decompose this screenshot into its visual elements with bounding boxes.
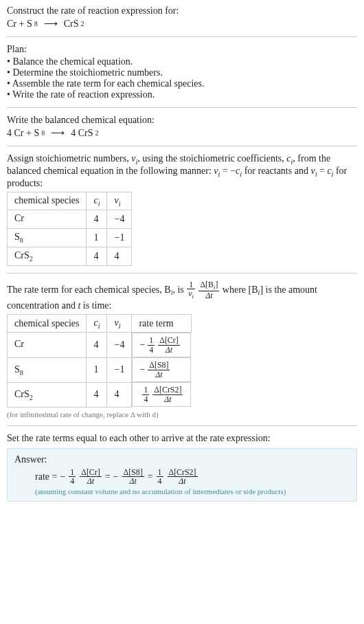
frac-dS8-dt: Δ[S8]Δt xyxy=(148,361,170,379)
c-i: ci xyxy=(286,153,293,164)
infinitesimal-note: (for infinitesimal rate of change, repla… xyxy=(7,410,357,419)
table-row: CrS2 4 4 14 Δ[CrS2]Δt xyxy=(8,382,192,407)
col-rate: rate term xyxy=(132,314,191,333)
eq-lhs: Cr + S xyxy=(7,19,32,30)
col-nu: νi xyxy=(107,314,132,333)
eq-rhs: CrS xyxy=(64,19,79,30)
equals: = xyxy=(105,471,111,482)
frac-dCrS2-dt: Δ[CrS2]Δt xyxy=(152,386,183,403)
balanced-header: Write the balanced chemical equation: xyxy=(7,115,357,126)
table-row: S8 1 −1 − Δ[S8]Δt xyxy=(8,357,192,382)
arrow-icon: ⟶ xyxy=(44,18,58,30)
nu-i: νi xyxy=(131,153,137,164)
assign-paragraph: Assign stoichiometric numbers, νi, using… xyxy=(7,153,357,189)
divider xyxy=(7,107,357,108)
table-row: CrS2 4 4 xyxy=(8,247,132,265)
divider xyxy=(7,146,357,146)
divider xyxy=(7,425,357,426)
answer-title: Answer: xyxy=(14,454,350,465)
answer-equation: rate = − 14 Δ[Cr]Δt = − Δ[S8]Δt = 14 Δ[C… xyxy=(35,468,350,486)
equals: = xyxy=(148,471,153,482)
frac-1-4: 14 xyxy=(157,468,163,486)
frac-1-4: 14 xyxy=(148,336,155,354)
arrow-icon: ⟶ xyxy=(51,127,65,139)
table-row: Cr 4 −4 − 14 Δ[Cr]Δt xyxy=(8,333,192,358)
s8-sub: 8 xyxy=(34,20,38,27)
frac-dS8-dt: Δ[S8]Δt xyxy=(122,468,144,486)
col-c: ci xyxy=(87,192,107,210)
plan-item: Determine the stoichiometric numbers. xyxy=(7,67,357,78)
frac-dCrS2-dt: Δ[CrS2]Δt xyxy=(168,468,198,486)
sign: − xyxy=(113,471,119,482)
rate-term-table: chemical species ci νi rate term Cr 4 −4… xyxy=(7,314,192,408)
frac-dCr-dt: Δ[Cr]Δt xyxy=(80,468,101,486)
text: = − xyxy=(220,166,236,176)
balanced-equation: 4 Cr + S8 ⟶ 4 CrS2 xyxy=(7,127,357,139)
text: where [B xyxy=(223,284,258,294)
crs2-sub: 2 xyxy=(95,129,99,137)
eq1r: ci xyxy=(236,166,242,176)
plan-header: Plan: xyxy=(7,44,357,55)
sign: − xyxy=(60,471,65,482)
s8-sub: 8 xyxy=(41,129,45,137)
plan-item: Balance the chemical equation. xyxy=(7,56,357,67)
text: is time: xyxy=(80,300,111,311)
col-c: ci xyxy=(87,314,107,333)
frac-1-4: 14 xyxy=(69,468,76,486)
divider xyxy=(7,273,357,274)
text: Assign stoichiometric numbers, xyxy=(7,153,131,164)
text: , is xyxy=(172,284,186,294)
eq1: νi xyxy=(214,166,220,176)
text: for reactants and xyxy=(242,166,310,176)
crs2-sub: 2 xyxy=(81,20,84,27)
set-equal-text: Set the rate terms equal to each other t… xyxy=(7,433,357,444)
text: The rate term for each chemical species,… xyxy=(7,284,171,294)
frac-dBi-dt: Δ[Bi]Δt xyxy=(198,280,219,300)
col-species: chemical species xyxy=(8,192,87,210)
text: , using the stoichiometric coefficients, xyxy=(137,153,286,164)
rate-label: rate = xyxy=(35,471,57,482)
unbalanced-equation: Cr + S8 ⟶ CrS2 xyxy=(7,18,357,30)
text: = xyxy=(317,166,327,176)
frac-1-over-nu: 1νi xyxy=(187,280,195,300)
answer-box: Answer: rate = − 14 Δ[Cr]Δt = − Δ[S8]Δt … xyxy=(7,448,357,502)
balanced-rhs: 4 CrS xyxy=(71,128,93,139)
col-species: chemical species xyxy=(8,314,87,333)
construct-heading: Construct the rate of reaction expressio… xyxy=(7,5,357,16)
answer-assumption: (assuming constant volume and no accumul… xyxy=(35,487,350,495)
col-nu: νi xyxy=(107,192,132,210)
frac-1-4: 14 xyxy=(142,386,149,403)
plan-item: Write the rate of reaction expression. xyxy=(7,89,357,100)
divider xyxy=(7,36,357,37)
plan-list: Balance the chemical equation. Determine… xyxy=(7,56,357,100)
sign: − xyxy=(139,339,145,350)
sign: − xyxy=(139,364,145,375)
frac-dCr-dt: Δ[Cr]Δt xyxy=(158,336,179,354)
table-row: Cr 4 −4 xyxy=(8,210,132,229)
stoich-table: chemical species ci νi Cr 4 −4 S8 1 −1 C… xyxy=(7,192,132,266)
plan-item: Assemble the rate term for each chemical… xyxy=(7,78,357,89)
table-row: S8 1 −1 xyxy=(8,229,132,247)
balanced-lhs: 4 Cr + S xyxy=(7,128,39,139)
rate-term-paragraph: The rate term for each chemical species,… xyxy=(7,280,357,311)
